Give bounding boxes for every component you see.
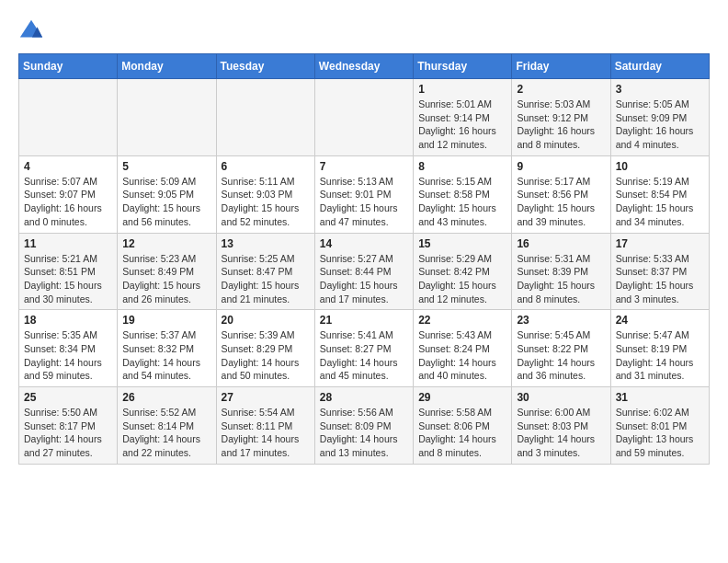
calendar-cell: 2Sunrise: 5:03 AM Sunset: 9:12 PM Daylig… <box>512 79 610 156</box>
day-info: Sunrise: 5:07 AM Sunset: 9:07 PM Dayligh… <box>24 175 112 229</box>
calendar-week-row: 1Sunrise: 5:01 AM Sunset: 9:14 PM Daylig… <box>19 79 710 156</box>
calendar-table: SundayMondayTuesdayWednesdayThursdayFrid… <box>18 53 710 465</box>
day-header-friday: Friday <box>512 54 610 79</box>
day-number: 15 <box>418 237 506 250</box>
day-info: Sunrise: 5:39 AM Sunset: 8:29 PM Dayligh… <box>222 328 310 383</box>
logo-icon <box>18 18 44 44</box>
logo <box>18 18 48 44</box>
calendar-cell: 9Sunrise: 5:17 AM Sunset: 8:56 PM Daylig… <box>512 155 610 233</box>
day-number: 1 <box>418 83 506 96</box>
day-number: 30 <box>517 391 605 404</box>
day-number: 31 <box>616 391 704 404</box>
day-header-monday: Monday <box>118 54 216 79</box>
day-number: 3 <box>616 83 704 96</box>
day-info: Sunrise: 6:00 AM Sunset: 8:03 PM Dayligh… <box>517 406 605 460</box>
day-number: 25 <box>24 391 112 404</box>
day-info: Sunrise: 5:27 AM Sunset: 8:44 PM Dayligh… <box>320 252 408 306</box>
day-info: Sunrise: 5:50 AM Sunset: 8:17 PM Dayligh… <box>24 406 112 460</box>
day-number: 5 <box>122 160 210 173</box>
calendar-cell: 17Sunrise: 5:33 AM Sunset: 8:37 PM Dayli… <box>610 233 709 310</box>
calendar-week-row: 25Sunrise: 5:50 AM Sunset: 8:17 PM Dayli… <box>19 387 710 465</box>
day-info: Sunrise: 5:37 AM Sunset: 8:32 PM Dayligh… <box>122 328 210 383</box>
calendar-cell: 28Sunrise: 5:56 AM Sunset: 8:09 PM Dayli… <box>314 387 413 465</box>
day-number: 26 <box>122 391 210 404</box>
day-number: 24 <box>616 314 704 327</box>
day-number: 9 <box>517 160 605 173</box>
calendar-cell: 29Sunrise: 5:58 AM Sunset: 8:06 PM Dayli… <box>414 387 512 465</box>
calendar-cell: 1Sunrise: 5:01 AM Sunset: 9:14 PM Daylig… <box>414 79 512 156</box>
day-number: 23 <box>517 314 605 327</box>
day-info: Sunrise: 5:03 AM Sunset: 9:12 PM Dayligh… <box>517 98 605 152</box>
calendar-cell: 23Sunrise: 5:45 AM Sunset: 8:22 PM Dayli… <box>512 310 610 387</box>
day-info: Sunrise: 5:41 AM Sunset: 8:27 PM Dayligh… <box>320 328 408 383</box>
calendar-cell: 3Sunrise: 5:05 AM Sunset: 9:09 PM Daylig… <box>610 79 709 156</box>
calendar-week-row: 4Sunrise: 5:07 AM Sunset: 9:07 PM Daylig… <box>19 155 710 233</box>
day-number: 7 <box>320 160 408 173</box>
calendar-cell: 8Sunrise: 5:15 AM Sunset: 8:58 PM Daylig… <box>414 155 512 233</box>
day-info: Sunrise: 5:43 AM Sunset: 8:24 PM Dayligh… <box>418 328 506 383</box>
day-info: Sunrise: 5:13 AM Sunset: 9:01 PM Dayligh… <box>320 175 408 229</box>
page-header <box>18 18 710 44</box>
calendar-cell: 24Sunrise: 5:47 AM Sunset: 8:19 PM Dayli… <box>610 310 709 387</box>
calendar-cell: 13Sunrise: 5:25 AM Sunset: 8:47 PM Dayli… <box>216 233 314 310</box>
day-header-tuesday: Tuesday <box>216 54 314 79</box>
day-header-thursday: Thursday <box>414 54 512 79</box>
day-info: Sunrise: 5:25 AM Sunset: 8:47 PM Dayligh… <box>222 252 310 306</box>
day-number: 20 <box>222 314 310 327</box>
calendar-cell: 6Sunrise: 5:11 AM Sunset: 9:03 PM Daylig… <box>216 155 314 233</box>
calendar-cell: 26Sunrise: 5:52 AM Sunset: 8:14 PM Dayli… <box>118 387 216 465</box>
day-number: 29 <box>418 391 506 404</box>
day-number: 8 <box>418 160 506 173</box>
day-number: 6 <box>222 160 310 173</box>
day-number: 19 <box>122 314 210 327</box>
day-info: Sunrise: 5:58 AM Sunset: 8:06 PM Dayligh… <box>418 406 506 460</box>
day-info: Sunrise: 5:56 AM Sunset: 8:09 PM Dayligh… <box>320 406 408 460</box>
calendar-cell: 4Sunrise: 5:07 AM Sunset: 9:07 PM Daylig… <box>19 155 118 233</box>
calendar-cell: 7Sunrise: 5:13 AM Sunset: 9:01 PM Daylig… <box>314 155 413 233</box>
day-number: 18 <box>24 314 112 327</box>
calendar-header-row: SundayMondayTuesdayWednesdayThursdayFrid… <box>19 54 710 79</box>
day-number: 2 <box>517 83 605 96</box>
day-info: Sunrise: 5:33 AM Sunset: 8:37 PM Dayligh… <box>616 252 704 306</box>
day-number: 27 <box>222 391 310 404</box>
day-number: 17 <box>616 237 704 250</box>
calendar-cell: 11Sunrise: 5:21 AM Sunset: 8:51 PM Dayli… <box>19 233 118 310</box>
calendar-cell <box>118 79 216 156</box>
day-info: Sunrise: 5:15 AM Sunset: 8:58 PM Dayligh… <box>418 175 506 229</box>
day-info: Sunrise: 6:02 AM Sunset: 8:01 PM Dayligh… <box>616 406 704 460</box>
day-number: 4 <box>24 160 112 173</box>
calendar-cell: 5Sunrise: 5:09 AM Sunset: 9:05 PM Daylig… <box>118 155 216 233</box>
calendar-cell: 25Sunrise: 5:50 AM Sunset: 8:17 PM Dayli… <box>19 387 118 465</box>
calendar-cell: 31Sunrise: 6:02 AM Sunset: 8:01 PM Dayli… <box>610 387 709 465</box>
day-info: Sunrise: 5:45 AM Sunset: 8:22 PM Dayligh… <box>517 328 605 383</box>
day-number: 12 <box>122 237 210 250</box>
calendar-cell: 19Sunrise: 5:37 AM Sunset: 8:32 PM Dayli… <box>118 310 216 387</box>
day-info: Sunrise: 5:19 AM Sunset: 8:54 PM Dayligh… <box>616 175 704 229</box>
day-number: 28 <box>320 391 408 404</box>
day-number: 10 <box>616 160 704 173</box>
calendar-week-row: 18Sunrise: 5:35 AM Sunset: 8:34 PM Dayli… <box>19 310 710 387</box>
day-info: Sunrise: 5:17 AM Sunset: 8:56 PM Dayligh… <box>517 175 605 229</box>
day-info: Sunrise: 5:09 AM Sunset: 9:05 PM Dayligh… <box>122 175 210 229</box>
calendar-cell <box>19 79 118 156</box>
calendar-cell: 22Sunrise: 5:43 AM Sunset: 8:24 PM Dayli… <box>414 310 512 387</box>
day-info: Sunrise: 5:31 AM Sunset: 8:39 PM Dayligh… <box>517 252 605 306</box>
day-number: 14 <box>320 237 408 250</box>
calendar-cell: 21Sunrise: 5:41 AM Sunset: 8:27 PM Dayli… <box>314 310 413 387</box>
day-info: Sunrise: 5:01 AM Sunset: 9:14 PM Dayligh… <box>418 98 506 152</box>
day-info: Sunrise: 5:29 AM Sunset: 8:42 PM Dayligh… <box>418 252 506 306</box>
calendar-week-row: 11Sunrise: 5:21 AM Sunset: 8:51 PM Dayli… <box>19 233 710 310</box>
calendar-cell <box>314 79 413 156</box>
day-number: 11 <box>24 237 112 250</box>
day-number: 13 <box>222 237 310 250</box>
day-info: Sunrise: 5:23 AM Sunset: 8:49 PM Dayligh… <box>122 252 210 306</box>
calendar-cell: 10Sunrise: 5:19 AM Sunset: 8:54 PM Dayli… <box>610 155 709 233</box>
day-info: Sunrise: 5:54 AM Sunset: 8:11 PM Dayligh… <box>222 406 310 460</box>
calendar-cell <box>216 79 314 156</box>
calendar-cell: 20Sunrise: 5:39 AM Sunset: 8:29 PM Dayli… <box>216 310 314 387</box>
day-header-sunday: Sunday <box>19 54 118 79</box>
day-number: 22 <box>418 314 506 327</box>
day-info: Sunrise: 5:35 AM Sunset: 8:34 PM Dayligh… <box>24 328 112 383</box>
calendar-cell: 30Sunrise: 6:00 AM Sunset: 8:03 PM Dayli… <box>512 387 610 465</box>
day-number: 21 <box>320 314 408 327</box>
